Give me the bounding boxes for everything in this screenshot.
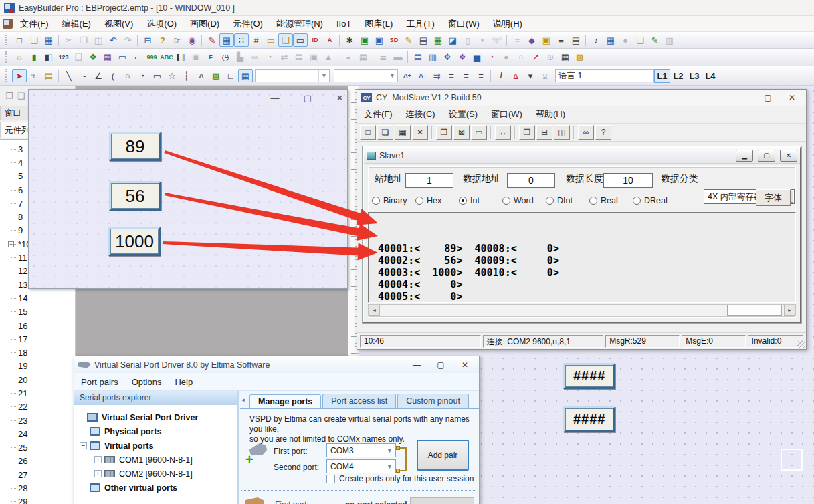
numeric-icon[interactable]: 123 bbox=[56, 51, 71, 64]
bar-123-icon[interactable]: ▤ bbox=[411, 51, 425, 64]
menu-item[interactable]: 选项(O) bbox=[140, 16, 183, 32]
window-tree-item[interactable]: 16 bbox=[0, 319, 75, 332]
lock-icon[interactable]: ● bbox=[618, 33, 633, 47]
close-icon[interactable]: ✕ bbox=[780, 150, 797, 162]
window-010-canvas[interactable]: — ▢ ✕ 89561000 bbox=[28, 89, 348, 289]
state-icon[interactable]: ▮ bbox=[27, 51, 41, 64]
minimize-icon[interactable]: — bbox=[268, 93, 282, 105]
maximize-icon[interactable]: ▢ bbox=[758, 93, 778, 102]
connect-icon[interactable]: ↔ bbox=[495, 125, 511, 140]
toolbar-icon[interactable] bbox=[373, 51, 374, 63]
value-999-icon[interactable]: 999 bbox=[144, 51, 159, 64]
toolbar-icon[interactable] bbox=[506, 35, 508, 46]
rect-icon[interactable]: ▭ bbox=[150, 69, 165, 82]
bulb-icon[interactable]: ☼ bbox=[12, 51, 27, 64]
ports-tree-item[interactable]: − Virtual ports bbox=[74, 438, 237, 453]
list-icon[interactable]: ≡ bbox=[554, 33, 569, 47]
csv-icon[interactable]: ▤ bbox=[416, 33, 431, 47]
menu-item[interactable]: 视图(V) bbox=[98, 16, 139, 32]
align-right-icon[interactable]: ≡ bbox=[474, 69, 488, 82]
copy-icon[interactable]: ❐ bbox=[76, 33, 91, 47]
open-icon[interactable]: ❏ bbox=[27, 33, 41, 47]
picture-tool-icon[interactable]: ▩ bbox=[209, 69, 223, 82]
data-length-input[interactable]: 10 bbox=[603, 173, 653, 188]
menu-item[interactable]: Options bbox=[125, 374, 169, 390]
download-icon[interactable]: ▣ bbox=[357, 33, 372, 47]
hmi-icon[interactable]: ▦ bbox=[100, 51, 115, 64]
minimize-icon[interactable]: ▁ bbox=[736, 150, 753, 162]
trend-icon[interactable]: ↗ bbox=[528, 51, 543, 64]
menu-item[interactable]: 说明(H) bbox=[487, 16, 528, 32]
window-tree-item[interactable]: 14 bbox=[0, 291, 75, 305]
numeric-placeholder-widget[interactable]: #### bbox=[563, 406, 615, 432]
tab[interactable]: Manage ports bbox=[249, 394, 321, 409]
pen-icon[interactable]: ✎ bbox=[205, 33, 219, 47]
scroll-left-icon[interactable]: ◂ bbox=[369, 305, 380, 316]
snap-icon[interactable]: # bbox=[249, 33, 264, 47]
font-bigger-icon[interactable]: A+ bbox=[400, 69, 415, 82]
help-icon[interactable]: ? bbox=[155, 33, 170, 47]
step-icon[interactable]: ▙ bbox=[233, 51, 247, 64]
toolbar-icon[interactable] bbox=[407, 51, 409, 63]
data-address-input[interactable]: 0 bbox=[507, 173, 555, 188]
save-icon[interactable]: ▦ bbox=[395, 125, 411, 140]
scrollbar-thumb[interactable] bbox=[727, 305, 782, 316]
numeric-display-widget[interactable]: 1000 bbox=[108, 227, 161, 256]
ascii-icon[interactable]: ABC bbox=[159, 51, 174, 64]
pie-icon[interactable]: ◔ bbox=[135, 69, 150, 82]
close-icon[interactable]: ✕ bbox=[782, 93, 802, 102]
pointer-icon[interactable]: ❖ bbox=[86, 51, 100, 64]
station-address-input[interactable]: 1 bbox=[405, 173, 453, 188]
redo-icon[interactable]: ↷ bbox=[120, 33, 135, 47]
menu-item[interactable]: 窗口(W) bbox=[442, 16, 486, 32]
layers-icon[interactable]: ❑ bbox=[278, 33, 293, 47]
expand-icon[interactable]: + bbox=[94, 456, 102, 463]
window-tree-item[interactable]: 23 bbox=[0, 414, 75, 427]
color-dd-icon[interactable]: ▾ bbox=[523, 69, 538, 82]
clock-icon[interactable]: ◷ bbox=[218, 51, 233, 64]
first-port-combo[interactable]: COM3 ▼ bbox=[326, 443, 396, 457]
window-tree-item[interactable]: 29 bbox=[0, 495, 75, 504]
language-state-button[interactable]: L2 bbox=[670, 69, 686, 83]
expand-icon[interactable]: + bbox=[8, 241, 14, 247]
ports-tree-item[interactable]: Physical ports bbox=[74, 424, 237, 438]
transform-icon[interactable]: ❖ bbox=[455, 51, 470, 64]
comment-icon[interactable]: ▭ bbox=[293, 33, 308, 47]
expand-icon[interactable]: − bbox=[80, 442, 87, 449]
menu-item[interactable]: 元件(O) bbox=[227, 16, 269, 32]
close-icon[interactable]: ✕ bbox=[455, 360, 475, 370]
ports-tree-item[interactable]: Other virtual ports bbox=[74, 481, 237, 495]
maximize-icon[interactable]: ▢ bbox=[431, 360, 451, 370]
cascade-icon[interactable]: ❐ bbox=[519, 125, 535, 140]
second-port-combo[interactable]: COM4 ▼ bbox=[326, 459, 396, 473]
maximize-icon[interactable]: ▢ bbox=[301, 93, 314, 105]
window-tree-item[interactable]: 20 bbox=[0, 373, 75, 386]
plug-icon[interactable]: ≈ bbox=[510, 33, 524, 47]
ports-tree-item[interactable]: + COM1 [9600-N-8-1] bbox=[74, 453, 237, 467]
transfer-icon[interactable]: ⇄ bbox=[277, 51, 292, 64]
find-icon[interactable]: ◉ bbox=[185, 33, 199, 47]
minimize-icon[interactable]: — bbox=[734, 93, 754, 102]
toolbar-icon[interactable] bbox=[431, 126, 433, 139]
bar-hmi-icon[interactable]: ▥ bbox=[425, 51, 440, 64]
menu-item[interactable]: 能源管理(N) bbox=[270, 16, 329, 32]
italic-icon[interactable]: I bbox=[494, 69, 508, 82]
menu-item[interactable]: IIoT bbox=[330, 17, 357, 31]
help-icon[interactable]: ? bbox=[595, 125, 611, 140]
save-icon[interactable]: ▦ bbox=[41, 33, 56, 47]
font-button[interactable]: 字体 bbox=[756, 189, 791, 206]
font-smaller-icon[interactable]: A- bbox=[415, 69, 429, 82]
scrollbar-track[interactable] bbox=[380, 305, 784, 316]
station-icon[interactable]: ▭ bbox=[471, 125, 487, 140]
phone-icon[interactable]: ☏ bbox=[490, 33, 504, 47]
table-icon[interactable]: ▦ bbox=[431, 33, 445, 47]
stack-icon[interactable]: ❑ bbox=[71, 51, 86, 64]
text-tool-icon[interactable]: A bbox=[194, 69, 209, 82]
dial-icon[interactable]: ○ bbox=[514, 51, 528, 64]
align-center-icon[interactable]: ≡ bbox=[459, 69, 474, 82]
font-combo[interactable]: ▼ bbox=[334, 69, 398, 82]
close-doc-icon[interactable]: ✕ bbox=[412, 125, 428, 140]
library-icon[interactable]: ▥ bbox=[662, 33, 677, 47]
menu-item[interactable]: 编辑(E) bbox=[56, 16, 97, 32]
device-icon[interactable]: ▪ bbox=[475, 33, 490, 47]
